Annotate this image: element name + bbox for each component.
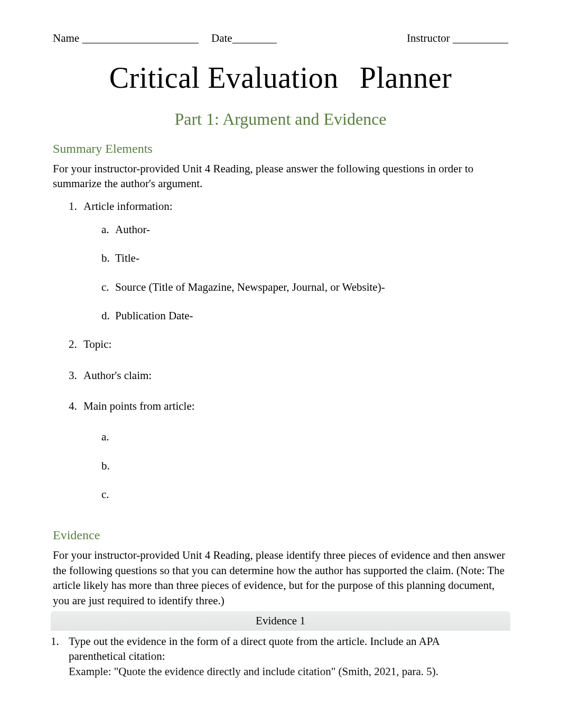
example-label: Example: (69, 665, 111, 678)
page: Name _____________________ Date________ … (53, 32, 508, 728)
sub-letter: c. (101, 280, 115, 294)
list-item: 2.Topic: (69, 337, 508, 352)
instructor-blank-line[interactable]: __________ (453, 32, 508, 44)
evidence-section: Evidence For your instructor-provided Un… (53, 528, 508, 684)
item-number: 1. (69, 199, 83, 214)
summary-intro: For your instructor-provided Unit 4 Read… (53, 161, 508, 191)
sub-letter: b. (101, 458, 115, 473)
item-number: 2. (69, 337, 83, 352)
list-item: b.Title- (101, 251, 508, 265)
title-word-1: Critical Evaluation (109, 61, 339, 94)
sub-letter: a. (101, 429, 115, 444)
list-item: c.Source (Title of Magazine, Newspaper, … (101, 280, 508, 294)
item-label: Author's claim: (83, 369, 152, 382)
page-title: Critical EvaluationPlanner (53, 61, 508, 95)
evidence-question: 1. Type out the evidence in the form of … (53, 631, 508, 684)
date-blank-line[interactable]: ________ (232, 32, 277, 44)
sub-letter: b. (101, 251, 115, 265)
instructor-label: Instructor (407, 32, 450, 44)
item-number: 4. (69, 399, 83, 413)
list-item: 1.Article information: a.Author- b.Title… (69, 199, 508, 324)
date-label: Date (211, 32, 232, 44)
list-item: 4.Main points from article: a. b. c. (69, 399, 508, 502)
evidence-q-number: 1. (51, 634, 59, 649)
name-blank-line[interactable]: _____________________ (82, 32, 199, 44)
example-text: "Quote the evidence directly and include… (111, 665, 438, 678)
date-field-group: Date________ (211, 32, 317, 45)
item-number: 3. (69, 368, 83, 383)
list-item: c. (101, 487, 508, 502)
list-item: 3.Author's claim: (69, 368, 508, 383)
sub-list: a. b. c. (101, 429, 508, 502)
item-label: Article information: (83, 200, 173, 213)
evidence-intro: For your instructor-provided Unit 4 Read… (53, 548, 508, 607)
evidence-heading: Evidence (53, 528, 508, 542)
sub-text: Author- (115, 223, 150, 236)
sub-list: a.Author- b.Title- c.Source (Title of Ma… (101, 222, 508, 323)
header-row: Name _____________________ Date________ … (53, 32, 508, 45)
sub-text: Publication Date- (115, 309, 193, 322)
name-label: Name (53, 32, 79, 44)
list-item: b. (101, 458, 508, 473)
list-item: d.Publication Date- (101, 308, 508, 323)
sub-letter: d. (101, 308, 115, 323)
summary-list: 1.Article information: a.Author- b.Title… (69, 199, 508, 502)
sub-text: Title- (115, 252, 139, 264)
evidence-q-body: Type out the evidence in the form of a d… (69, 635, 440, 662)
instructor-field-group: Instructor __________ (407, 32, 508, 45)
list-item: a. (101, 429, 508, 444)
sub-letter: c. (101, 487, 115, 502)
title-word-2: Planner (360, 61, 452, 94)
evidence-q-text: Type out the evidence in the form of a d… (69, 634, 492, 679)
name-field-group: Name _____________________ (53, 32, 201, 45)
evidence-block-title: Evidence 1 (51, 611, 510, 631)
list-item: a.Author- (101, 222, 508, 237)
item-label: Main points from article: (83, 400, 195, 412)
sub-text: Source (Title of Magazine, Newspaper, Jo… (115, 281, 385, 293)
part-title: Part 1: Argument and Evidence (53, 109, 508, 129)
summary-heading: Summary Elements (53, 142, 508, 156)
item-label: Topic: (83, 338, 111, 351)
sub-letter: a. (101, 222, 115, 237)
